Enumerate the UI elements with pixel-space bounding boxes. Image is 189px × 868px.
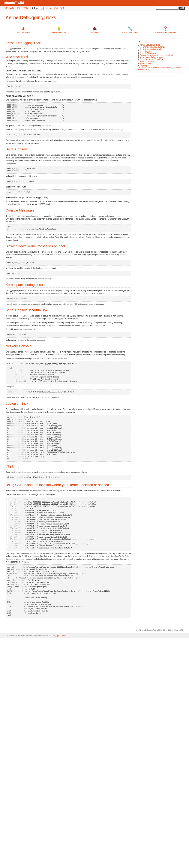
p: To view console messages at boot, remove… [6,139,131,145]
nav-help[interactable]: 帮助 [24,7,28,9]
code: netconsole=[src-port]@[src-ip]/[<dev>],[… [6,361,131,384]
p: see Documentation/networking/netconsole.… [6,357,131,360]
toc-item[interactable]: Objdump [140,64,147,67]
p: The internal kernel console message buff… [6,73,131,79]
p: If one does not specify the log level th… [6,128,131,131]
code: CONFIG_BOOT_PRINTK_DELAY=y [6,260,131,266]
box-bugtriage[interactable]: 🐞Bug Triage [77,24,112,35]
h-gdb: gdb on vmlinux [6,402,131,406]
p: and enable the appropriate driver, e.g.: [6,175,131,178]
code: echo 7 > /proc/sys/kernel/printk [6,132,131,138]
toc-item[interactable]: Kernel panic during suspend [140,56,163,58]
h-objdump: Objdump [6,464,131,469]
nav-search[interactable]: 搜索 [60,7,64,9]
p: Lets say you want to know what line of c… [6,552,131,563]
toc-title: 目录 [137,40,181,43]
toc-item[interactable]: Serial Console [140,50,152,52]
link-community[interactable]: Community [158,2,168,4]
toc-item[interactable]: Changing the ring buffer size [143,46,166,48]
h-tricks: Kernel Debugging Tricks [6,41,131,46]
ubuntu-icon: ◉ [7,26,40,31]
p: If one has the built object code at hand… [6,471,131,473]
toc-item[interactable]: Serial Console in VirtualBox [140,58,163,60]
box-debugging[interactable]: 💡Kernel Debugging [41,24,77,35]
p: And boot the machine with the following … [6,267,131,270]
link-support[interactable]: Support [170,2,176,4]
link-partners[interactable]: Partners [178,2,185,4]
table-of-contents: 目录 Kernel Debugging Tricks Changing the … [135,38,183,73]
h-vbox: Serial Console in VirtualBox [6,308,131,313]
code: console=ttyS0,9600 [6,332,131,338]
top-links: ubuntu.com Community Support Partners [147,2,185,4]
h-panic: Kernel panic during suspend [6,283,131,288]
page-title: KernelDebuggingTricks [6,14,183,21]
h-serial: Serial Console [6,147,131,152]
toc-item[interactable]: Changing debug levels [143,48,162,50]
search-button[interactable]: 标题 [179,6,185,10]
box-development[interactable]: 🔧Kernel Development [112,24,148,35]
p: One can specify the type of printk() log… [6,98,131,101]
code: console=ttyUSB0,9600n8 [6,189,131,195]
dev-icon: 🔧 [113,26,147,31]
toc-item[interactable]: Slowing down kernel messages on boot [140,54,173,56]
code: no_console_suspend=1 [6,296,131,302]
h-ringbuffer: CHANGING THE RING BUFFER SIZE [6,69,131,72]
p: Lets assume your panic/oops message says… [6,493,131,496]
box-faq[interactable]: ❓Frequently Asked Questions [148,24,183,35]
h-netconsole: Network Console [6,344,131,349]
p: To increase the internal buffer, use the… [6,80,131,83]
nav-ubuntuwiki[interactable]: Ubuntu Wiki [46,7,58,9]
p: e.g. printk(KERN_DEBUG "example debug me… [6,124,131,127]
p: and boot this kernel with [6,185,131,188]
article-body: Kernel Debugging Tricks Debugging the ke… [6,38,131,619]
box-kernel-main[interactable]: ◉Ubuntu Kernel Main [6,24,41,35]
page-footer: Kernel/KernelDebuggingTricks (2013-09-21… [0,627,189,633]
p: Examples: [6,385,131,388]
p: In some debug scenarios it can be helpfu… [6,314,131,320]
nav-disabled[interactable]: 已禁用Wiki [4,7,14,9]
p: where N is the size of the buffer in byt… [6,90,131,93]
link-ubuntu[interactable]: ubuntu.com [147,2,156,4]
toc-item[interactable]: Network Console [140,60,154,62]
code: log_buf_len=N [6,84,131,89]
more-actions-select[interactable]: 更多操作: [31,7,44,10]
p: Boot with virtualised kernel boot line: [6,328,131,331]
subbar: 已禁用Wiki 登录 帮助 更多操作: Ubuntu Wiki 搜索 标题 [0,6,189,11]
p: The simplest, and probably most effectiv… [6,59,131,68]
p: One may find a machine hangs during the … [6,250,131,259]
topbar: ubuntu® wiki ubuntu.com Community Suppor… [0,0,189,6]
license-footer: The material on this wiki is available u… [0,633,189,638]
p: One can capture Linux console messages r… [6,321,131,327]
p: Debugging suspend/resume issues can be d… [6,289,131,295]
code: CONFIG_USB_SERIAL_CONSOLE=y CONFIG_USB_S… [6,166,131,174]
bug-icon: 🐞 [78,26,111,31]
code: boot_delay=N [6,271,131,276]
toc-item[interactable]: Using GDB to find the location where you… [138,67,181,71]
search-input[interactable] [156,7,179,9]
search-box: 标题 [156,6,185,10]
code: linux netconsole=4444@10.0.0.1/eth1,9353… [6,389,131,395]
p: Note: Generally, there is NO hardware or… [6,200,131,206]
nav-boxes: ◉Ubuntu Kernel Main 💡Kernel Debugging 🐞B… [6,24,183,35]
p: This will force the console not to suspe… [6,303,131,306]
license-link[interactable]: Copyright / License [52,635,66,637]
p: Serial console enables one to dump out c… [6,154,131,165]
toc-item[interactable]: Console Messages [140,52,156,54]
h-console: Console Messages [6,209,131,213]
code: CONFIG_USB_SERIAL_PL2303=y [6,179,131,184]
h-debuglevels: CHANGING DEBUG LEVELS [6,95,131,97]
p: and minicom will capture the console mes… [6,339,131,341]
toc-item[interactable]: Kernel Debugging Tricks [140,44,160,46]
faq-icon: ❓ [149,26,182,31]
nav-login[interactable]: 登录 [17,7,21,9]
p: One can disassemble a built kernel using… [6,408,131,413]
code: cd /usr/src/build/build-generic/ gdb dis… [6,414,131,462]
p: Kernel Oops messages general contain a f… [6,215,131,223]
bulb-icon: 💡 [42,26,75,31]
h-gdbfind: Using GDB to find the location where you… [6,483,131,488]
p: Of course, one may still have a stack du… [6,233,131,242]
code: manjo@hungry:~/devel/ubuntu/kernel/ubunt… [6,564,131,618]
h-printk: printk is your friend [6,55,131,58]
p: One can route console messages over a ne… [6,350,131,356]
toc-item[interactable]: gdb on vmlinux [140,62,152,64]
